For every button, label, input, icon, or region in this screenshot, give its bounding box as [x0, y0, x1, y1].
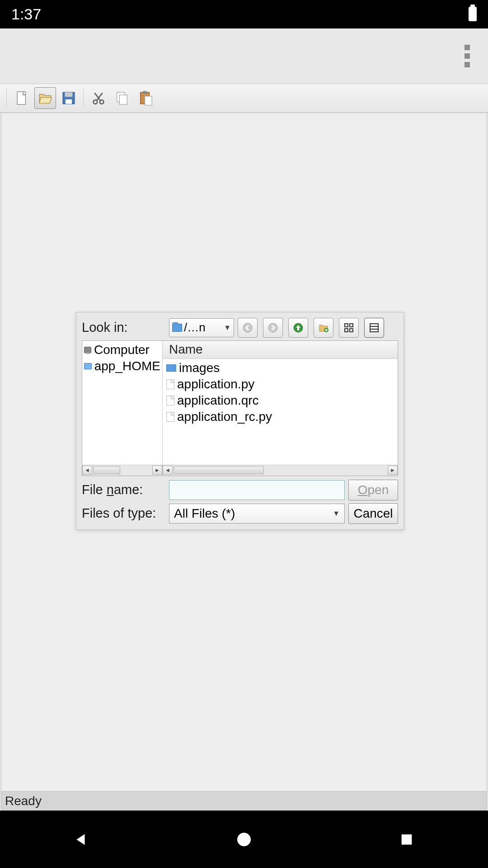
svg-point-11 — [243, 323, 252, 332]
folder-icon — [166, 364, 176, 372]
toolbar-separator — [6, 89, 7, 107]
main-toolbar — [0, 84, 488, 113]
android-status-bar: 1:37 — [0, 0, 488, 28]
filelist-scrollbar[interactable]: ◄ ► — [163, 465, 398, 476]
list-item[interactable]: images — [163, 360, 398, 376]
sidebar-item-label: Computer — [94, 343, 150, 357]
svg-rect-3 — [66, 99, 72, 104]
scroll-left-icon[interactable]: ◄ — [163, 466, 173, 475]
folder-icon — [172, 324, 182, 332]
look-in-combo[interactable]: /…n ▼ — [169, 318, 234, 337]
status-bar: Ready — [1, 791, 487, 810]
svg-rect-19 — [370, 324, 378, 332]
file-name: application.py — [177, 377, 254, 392]
forward-button[interactable] — [263, 318, 283, 338]
scroll-right-icon[interactable]: ► — [388, 466, 398, 475]
list-item[interactable]: application.qrc — [163, 392, 398, 409]
look-in-label: Look in: — [82, 320, 165, 335]
sidebar: Computer app_HOME ◄ ► — [82, 341, 163, 476]
svg-rect-10 — [145, 96, 152, 105]
recent-nav-button[interactable] — [395, 828, 418, 851]
cancel-button[interactable]: Cancel — [348, 503, 398, 524]
look-in-path: /…n — [184, 321, 206, 335]
battery-icon — [469, 7, 477, 21]
file-name: application.qrc — [177, 393, 259, 408]
sidebar-item-label: app_HOME — [94, 359, 160, 373]
svg-point-12 — [268, 323, 277, 332]
list-item[interactable]: application.py — [163, 376, 398, 392]
sidebar-scrollbar[interactable]: ◄ ► — [82, 465, 162, 476]
svg-rect-18 — [350, 329, 353, 332]
back-button[interactable] — [238, 318, 258, 338]
back-nav-button[interactable] — [70, 828, 93, 851]
cut-button[interactable] — [88, 87, 109, 109]
file-name-input[interactable] — [169, 480, 345, 500]
file-name-label: File name: — [82, 482, 165, 497]
file-icon — [166, 396, 174, 406]
scroll-thumb[interactable] — [174, 466, 264, 474]
save-button[interactable] — [58, 87, 80, 109]
computer-icon — [84, 347, 91, 353]
workspace: Look in: /…n ▼ — [1, 113, 487, 811]
file-icon — [166, 379, 174, 389]
svg-rect-2 — [65, 93, 73, 97]
chevron-down-icon: ▼ — [333, 509, 340, 518]
list-view-button[interactable] — [364, 318, 384, 338]
up-button[interactable] — [288, 318, 308, 338]
svg-rect-7 — [119, 95, 127, 104]
icon-view-button[interactable] — [339, 318, 359, 338]
paste-button[interactable] — [135, 87, 156, 109]
new-file-button[interactable] — [11, 87, 33, 109]
sidebar-item-home[interactable]: app_HOME — [82, 358, 162, 374]
svg-rect-15 — [345, 324, 348, 327]
android-nav-bar — [0, 811, 488, 868]
copy-button[interactable] — [111, 87, 133, 109]
new-folder-button[interactable] — [314, 318, 333, 338]
column-header-name[interactable]: Name — [163, 341, 398, 359]
clock: 1:37 — [11, 5, 41, 23]
file-name: application_rc.py — [177, 410, 272, 424]
scroll-thumb[interactable] — [93, 466, 120, 474]
sidebar-item-computer[interactable]: Computer — [82, 342, 162, 358]
open-file-button[interactable] — [34, 87, 56, 109]
scroll-right-icon[interactable]: ► — [152, 466, 162, 475]
files-of-type-label: Files of type: — [82, 506, 165, 521]
svg-point-22 — [237, 833, 251, 846]
app-header — [0, 28, 488, 84]
svg-rect-23 — [402, 834, 412, 844]
file-list: Name images application.py application.q… — [163, 341, 398, 476]
home-nav-button[interactable] — [233, 828, 255, 851]
list-item[interactable]: application_rc.py — [163, 409, 398, 425]
file-open-dialog: Look in: /…n ▼ — [76, 312, 404, 530]
overflow-menu-icon[interactable] — [460, 40, 474, 72]
files-of-type-combo[interactable]: All Files (*) ▼ — [169, 504, 345, 524]
svg-rect-16 — [350, 324, 353, 327]
svg-rect-17 — [345, 329, 348, 332]
scroll-left-icon[interactable]: ◄ — [82, 466, 92, 475]
file-name: images — [179, 361, 220, 375]
toolbar-separator — [83, 89, 84, 107]
file-icon — [166, 412, 174, 422]
files-of-type-value: All Files (*) — [174, 506, 235, 521]
open-button[interactable]: Open — [348, 480, 398, 500]
folder-icon — [84, 363, 92, 369]
svg-rect-9 — [143, 91, 147, 94]
file-browser: Computer app_HOME ◄ ► Name — [82, 340, 398, 476]
chevron-down-icon: ▼ — [224, 324, 231, 332]
